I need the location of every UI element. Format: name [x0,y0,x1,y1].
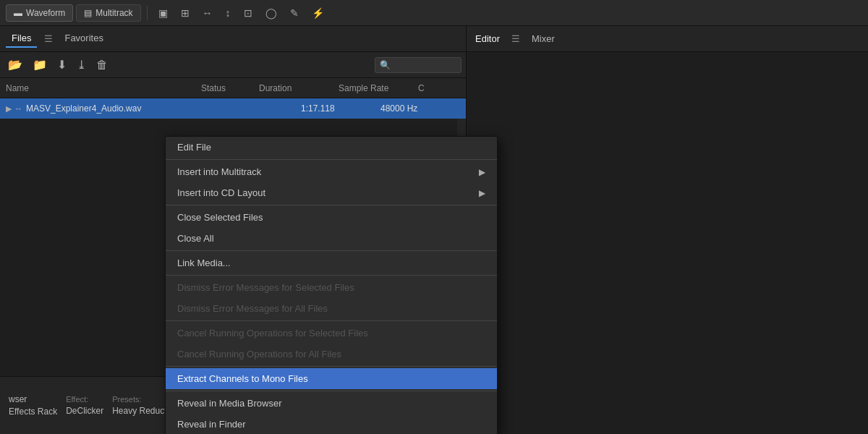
file-sample-rate: 48000 Hz [380,103,460,114]
row-arrow-icon: ▶ [6,104,12,114]
effect-item: Effect: DeClicker [66,395,103,416]
menu-item-edit-file[interactable]: Edit File [166,137,497,158]
menu-item-close-selected[interactable]: Close Selected Files [166,207,497,228]
menu-item-cancel-all: Cancel Running Operations for All Files [166,344,497,365]
file-duration: 1:17.118 [301,103,380,114]
download-button[interactable]: ⤓ [73,56,90,73]
menu-separator [166,275,497,276]
menu-separator [166,391,497,391]
table-row[interactable]: ▶ ↔ MASV_Explainer4_Audio.wav 1:17.118 4… [0,98,466,119]
menu-item-label: Dismiss Error Messages for All Files [177,303,328,314]
col-ch-header: C [418,83,447,93]
menu-separator [166,159,497,160]
file-list-header: Name Status Duration Sample Rate C [0,78,466,98]
col-status-header: Status [201,83,259,93]
menu-item-label: Cancel Running Operations for Selected F… [177,328,368,339]
toolbar-icon-8[interactable]: ⚡ [307,4,329,22]
menu-item-label: Reveal in Finder [177,419,246,430]
waveform-button[interactable]: ▬ Waveform [6,4,73,22]
menu-item-label: Insert into CD Layout [177,187,265,198]
context-menu: Edit FileInsert into Multitrack▶Insert i… [165,136,498,434]
toolbar-icon-7[interactable]: ✎ [285,4,304,22]
menu-item-label: Close Selected Files [177,212,263,223]
col-sample-header: Sample Rate [339,83,418,93]
menu-item-label: Reveal in Media Browser [177,398,282,409]
menu-item-reveal-finder[interactable]: Reveal in Finder [166,414,497,434]
menu-item-label: Dismiss Error Messages for Selected File… [177,282,354,293]
submenu-arrow-icon: ▶ [479,167,485,177]
menu-separator [166,320,497,321]
toolbar-icon-2[interactable]: ⊞ [176,4,195,22]
menu-item-dismiss-all: Dismiss Error Messages for All Files [166,298,497,319]
panel-label: wser [9,394,57,404]
menu-separator [166,205,497,205]
menu-item-insert-cd[interactable]: Insert into CD Layout▶ [166,182,497,203]
toolbar-icon-3[interactable]: ↔ [197,4,218,22]
menu-item-extract-channels[interactable]: Extract Channels to Mono Files [166,368,497,389]
tab-favorites[interactable]: Favorites [59,30,109,48]
menu-item-label: Extract Channels to Mono Files [177,373,308,384]
submenu-arrow-icon: ▶ [479,188,485,198]
toolbar-divider-1 [147,6,148,20]
main-layout: Files ☰ Favorites 📂 📁 ⬇ ⤓ 🗑 🔍 Name Statu… [0,26,868,434]
effects-rack-label: Effects Rack [9,407,57,417]
search-box: 🔍 [375,57,461,73]
menu-item-label: Link Media... [177,258,231,268]
open-folder-button[interactable]: 📂 [4,56,26,73]
right-panel: Editor ☰ Mixer [467,26,868,434]
toolbar-icon-5[interactable]: ⊡ [239,4,258,22]
menu-item-label: Cancel Running Operations for All Files [177,349,341,359]
panel-label-item: wser Effects Rack [9,394,57,417]
toolbar-icon-4[interactable]: ↕ [221,4,236,22]
add-folder-button[interactable]: 📁 [29,56,51,73]
tab-files[interactable]: Files [6,30,37,48]
file-name: MASV_Explainer4_Audio.wav [26,103,243,114]
menu-item-label: Close All [177,233,214,244]
tab-mixer[interactable]: Mixer [532,33,555,44]
multitrack-icon: ▤ [84,8,92,18]
waveform-icon: ▬ [14,8,22,18]
col-duration-header: Duration [259,83,339,93]
effect-label: Effect: [66,395,103,404]
toolbar-icon-6[interactable]: ◯ [260,4,282,22]
menu-item-cancel-selected: Cancel Running Operations for Selected F… [166,323,497,344]
left-panel: Files ☰ Favorites 📂 📁 ⬇ ⤓ 🗑 🔍 Name Statu… [0,26,467,434]
multitrack-label: Multitrack [95,8,132,18]
menu-separator [166,366,497,367]
files-menu-icon[interactable]: ☰ [44,33,53,44]
toolbar-icon-1[interactable]: ▣ [153,4,173,22]
files-toolbar: 📂 📁 ⬇ ⤓ 🗑 🔍 [0,52,466,78]
menu-separator [166,250,497,251]
right-header: Editor ☰ Mixer [467,26,868,52]
waveform-label: Waveform [26,8,65,18]
import-button[interactable]: ⬇ [54,56,70,73]
menu-item-dismiss-selected: Dismiss Error Messages for Selected File… [166,277,497,298]
col-name-header: Name [6,83,201,93]
top-toolbar: ▬ Waveform ▤ Multitrack ▣ ⊞ ↔ ↕ ⊡ ◯ ✎ ⚡ [0,0,868,26]
audio-file-icon: ↔ [14,104,22,113]
effect-value: DeClicker [66,406,103,416]
editor-menu-icon[interactable]: ☰ [511,33,520,44]
menu-item-close-all[interactable]: Close All [166,228,497,249]
menu-item-reveal-media[interactable]: Reveal in Media Browser [166,393,497,414]
search-input[interactable] [391,60,456,70]
panel-header: Files ☰ Favorites [0,26,466,52]
menu-item-link-media[interactable]: Link Media... [166,252,497,273]
delete-button[interactable]: 🗑 [93,57,111,73]
multitrack-button[interactable]: ▤ Multitrack [76,4,140,22]
menu-item-label: Edit File [177,142,211,153]
search-icon: 🔍 [380,60,391,70]
tab-editor[interactable]: Editor [475,33,500,44]
menu-item-insert-multitrack[interactable]: Insert into Multitrack▶ [166,161,497,182]
menu-item-label: Insert into Multitrack [177,166,261,177]
